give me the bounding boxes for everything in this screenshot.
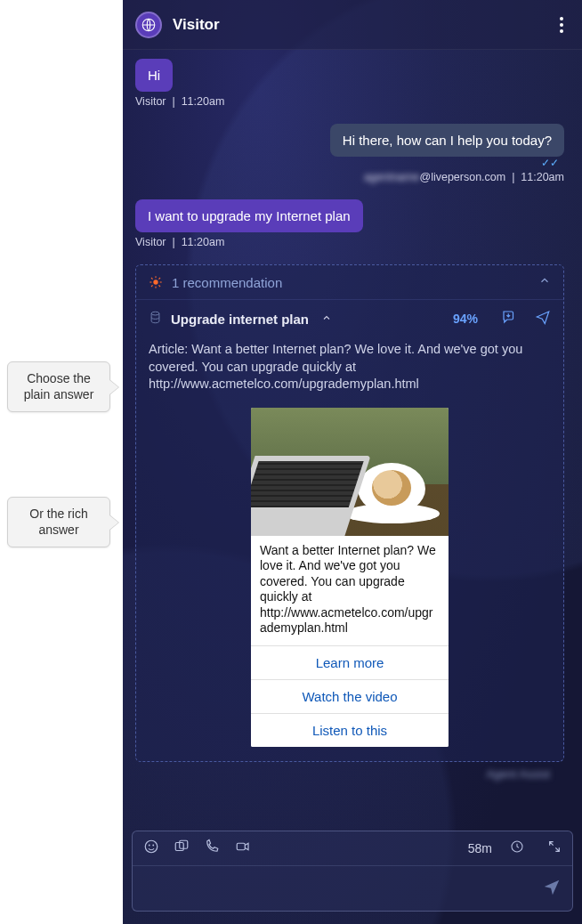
meta-sender-blurred: agentname [364, 171, 420, 183]
meta-time: 11:20am [182, 236, 225, 248]
elapsed-time: 58m [468, 841, 492, 855]
meta-time: 11:20am [182, 95, 225, 108]
svg-line-6 [151, 278, 153, 280]
send-answer-button[interactable] [535, 309, 551, 328]
svg-rect-16 [237, 843, 245, 850]
card-button-listen[interactable]: Listen to this [251, 713, 449, 747]
more-menu-button[interactable] [554, 17, 570, 33]
card-button-watch-video[interactable]: Watch the video [251, 679, 449, 713]
card-button-learn-more[interactable]: Learn more [251, 645, 449, 679]
message-composer: 58m [132, 831, 573, 912]
chat-header: Visitor [123, 0, 582, 50]
article-plain-text: Article: Want a better Internet plan? We… [149, 341, 551, 393]
confidence-score: 94% [453, 312, 478, 326]
expand-button[interactable] [547, 839, 562, 857]
callout-rich-answer: Or the rich answer [7, 497, 110, 547]
item-collapse-button[interactable] [321, 311, 332, 327]
card-body-text: Want a better Internet plan? We love it.… [251, 536, 449, 645]
message-visitor: Hi Visitor | 11:20am [135, 59, 564, 108]
svg-point-1 [153, 280, 158, 284]
use-answer-button[interactable] [501, 309, 517, 328]
svg-line-7 [158, 285, 160, 287]
message-visitor: I want to upgrade my Internet plan Visit… [135, 199, 564, 248]
svg-line-8 [151, 285, 153, 287]
card-image [251, 408, 449, 536]
attachment-button[interactable] [174, 839, 190, 858]
message-meta: Visitor | 11:20am [135, 236, 564, 248]
read-receipt-icon: ✓✓ [541, 157, 559, 169]
meta-sender: Visitor [135, 236, 166, 248]
recommendation-title: 1 recommendation [172, 275, 529, 290]
meta-sender: Visitor [135, 95, 166, 108]
meta-time: 11:20am [521, 171, 564, 183]
recommendation-header[interactable]: 1 recommendation [136, 265, 563, 300]
database-icon [149, 311, 162, 328]
message-agent: Hi there, how can I help you today? ✓✓ a… [135, 124, 564, 183]
message-meta: Visitor | 11:20am [135, 95, 564, 108]
svg-point-10 [151, 312, 159, 315]
message-meta: agentname@liveperson.com | 11:20am [135, 171, 564, 183]
callout-plain-answer: Choose the plain answer [7, 361, 110, 412]
svg-line-9 [158, 278, 160, 280]
svg-point-11 [145, 840, 158, 853]
messages-area: Hi Visitor | 11:20am Hi there, how can I… [123, 50, 582, 822]
message-bubble: Hi there, how can I help you today? ✓✓ [330, 124, 564, 157]
visitor-avatar [135, 12, 162, 38]
recommendation-item-header: Upgrade internet plan 94% [149, 309, 551, 328]
message-bubble: Hi [135, 59, 173, 92]
header-title: Visitor [173, 16, 220, 34]
message-text: Hi there, how can I help you today? [343, 133, 552, 148]
recommendation-icon [149, 275, 163, 289]
call-button[interactable] [204, 839, 220, 858]
rich-answer-card: Want a better Internet plan? We love it.… [251, 408, 449, 747]
message-input[interactable] [143, 879, 542, 897]
recommendation-item: Upgrade internet plan 94% [136, 300, 563, 761]
svg-point-12 [149, 845, 150, 847]
emoji-button[interactable] [143, 839, 159, 858]
globe-icon [141, 17, 157, 33]
recommendation-panel: 1 recommendation Upgrade internet plan [135, 264, 564, 762]
composer-toolbar: 58m [133, 831, 572, 866]
collapse-button[interactable] [538, 274, 551, 290]
meta-sender-suffix: @liveperson.com [419, 171, 505, 183]
send-button[interactable] [542, 877, 562, 900]
video-button[interactable] [234, 839, 252, 858]
message-bubble: I want to upgrade my Internet plan [135, 199, 363, 232]
recommendation-item-title: Upgrade internet plan [171, 312, 309, 327]
svg-point-13 [152, 845, 154, 847]
agent-assist-label: Agent Assist [135, 762, 564, 781]
chat-panel: Visitor Hi Visitor | 11:20am [123, 0, 582, 924]
messages-scroll[interactable]: Hi Visitor | 11:20am Hi there, how can I… [135, 59, 570, 815]
clock-icon [510, 839, 524, 857]
